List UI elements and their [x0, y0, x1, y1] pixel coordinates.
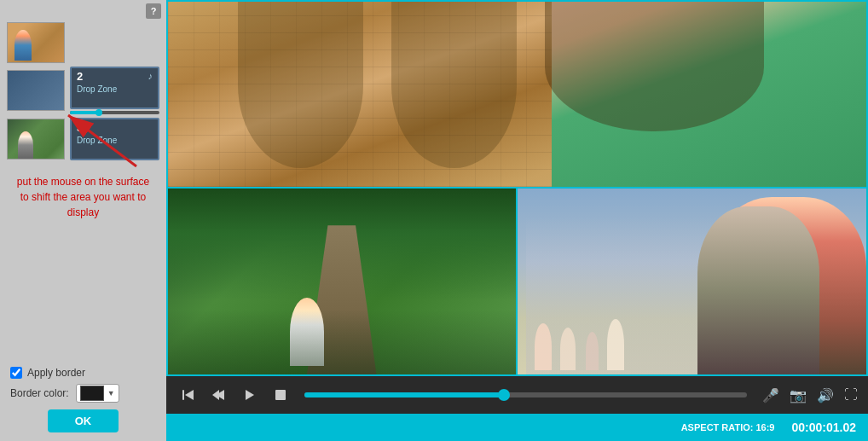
drop-zone-number: 2 [77, 70, 83, 83]
progress-dot [95, 109, 102, 116]
list-item[interactable]: ♪ 2 Drop Zone [7, 67, 159, 114]
apply-border-checkbox[interactable] [10, 367, 22, 379]
audio-icon: ♪ [148, 71, 153, 81]
beach-person-sm-2 [560, 328, 576, 370]
thumbnail-list: ♪ 2 Drop Zone 3 Drop Zone [0, 22, 166, 164]
color-picker[interactable]: ▼ [76, 384, 119, 403]
apply-border-row: Apply border [10, 367, 156, 379]
sidebar-header: ? [0, 0, 166, 22]
drop-zone-label-3: Drop Zone [77, 136, 117, 145]
video-scene-top [168, 2, 866, 187]
video-scene-forest [168, 189, 518, 375]
progress-bar-thumb [70, 111, 159, 114]
drop-zone-label: Drop Zone [77, 84, 117, 94]
video-top-panel [168, 2, 866, 189]
video-display [166, 0, 868, 376]
timecode-display: 00:00:01.02 [791, 421, 856, 434]
beach-person-sm-4 [607, 319, 624, 370]
aspect-ratio-label: ASPECT RATIO: 16:9 [681, 422, 775, 432]
arch-right [545, 2, 764, 131]
arch-middle [391, 2, 517, 168]
progress-played [304, 392, 504, 397]
progress-bar-fill [70, 111, 97, 114]
instruction-text: put the mouse on the surface to shift th… [0, 164, 166, 227]
dropdown-arrow-icon: ▼ [107, 389, 115, 397]
svg-rect-1 [182, 390, 184, 400]
svg-marker-2 [185, 390, 194, 400]
thumb-label-box-3: 3 Drop Zone [70, 118, 159, 160]
border-color-label: Border color: [10, 387, 69, 399]
apply-border-label: Apply border [27, 367, 85, 379]
microphone-icon[interactable]: 🎤 [762, 387, 779, 403]
video-scene-beach [518, 189, 867, 375]
drop-zone-card-2[interactable]: ♪ 2 Drop Zone [70, 67, 159, 109]
forest-shadow [168, 310, 516, 374]
controls-bar: 🎤 📷 🔊 ⛶ [166, 376, 868, 414]
arch-left [238, 2, 363, 168]
video-bottom-panel [168, 189, 866, 375]
thumbnail-1[interactable] [7, 22, 65, 63]
thumb-label-box-2: ♪ 2 Drop Zone [70, 67, 159, 114]
sidebar-bottom: Apply border Border color: ▼ OK [0, 360, 166, 441]
progress-track[interactable] [304, 392, 747, 397]
progress-handle[interactable] [498, 389, 510, 401]
thumbnail-3[interactable] [7, 119, 65, 160]
previous-button[interactable] [207, 385, 231, 405]
list-item[interactable]: 3 Drop Zone [7, 118, 159, 160]
help-button[interactable]: ? [146, 3, 161, 19]
status-bar: ASPECT RATIO: 16:9 00:00:01.02 [166, 414, 868, 441]
stop-button[interactable] [269, 385, 292, 405]
drop-zone-number-3: 3 [77, 121, 83, 134]
camera-icon[interactable]: 📷 [790, 387, 807, 403]
svg-marker-4 [212, 390, 219, 400]
volume-icon[interactable]: 🔊 [817, 387, 834, 403]
list-item[interactable] [7, 22, 159, 63]
svg-rect-6 [275, 390, 286, 400]
skip-start-button[interactable] [176, 385, 200, 405]
beach-person-sm-3 [586, 332, 599, 370]
fullscreen-icon[interactable]: ⛶ [844, 387, 858, 403]
beach-person-sm-1 [535, 323, 552, 370]
play-button[interactable] [238, 385, 262, 405]
color-swatch [80, 386, 104, 401]
thumbnail-2[interactable] [7, 70, 65, 111]
svg-marker-5 [246, 390, 254, 400]
border-color-row: Border color: ▼ [10, 384, 156, 403]
beach-person-2 [697, 206, 819, 374]
ok-button[interactable]: OK [48, 409, 119, 432]
main-area: 🎤 📷 🔊 ⛶ ASPECT RATIO: 16:9 00:00:01.02 [166, 0, 868, 441]
sidebar: ? ♪ 2 Drop Zone [0, 0, 166, 441]
drop-zone-card-3[interactable]: 3 Drop Zone [70, 118, 159, 160]
